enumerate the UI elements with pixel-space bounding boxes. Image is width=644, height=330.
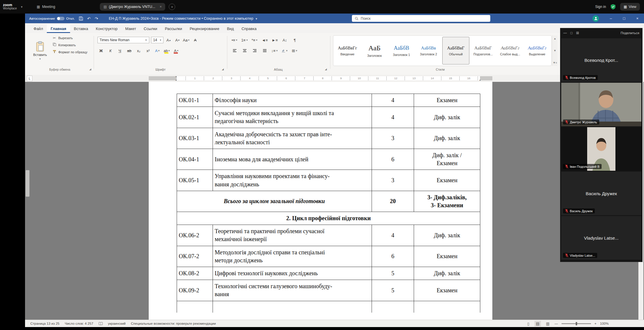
align-left-button[interactable] xyxy=(231,47,238,54)
zoom-slider[interactable] xyxy=(562,323,591,324)
dialog-launcher-icon[interactable]: ◢ xyxy=(89,68,91,71)
align-right-button[interactable] xyxy=(251,47,258,54)
style-card[interactable]: АаБбВвГгСлабое выд... xyxy=(497,37,524,64)
table-cell[interactable]: ОК.01-1 xyxy=(177,94,213,107)
table-cell[interactable]: 6 xyxy=(372,149,414,170)
table-cell[interactable] xyxy=(414,301,480,313)
speaker-view-icon[interactable]: □ xyxy=(570,31,572,35)
ribbon-tab-Файл[interactable]: Файл xyxy=(30,24,47,33)
table-cell[interactable]: 20 xyxy=(372,191,414,212)
proofing-status[interactable] xyxy=(99,322,103,325)
tab-shared-doc[interactable]: ▤ (Дмитро Журавель VNTU... × xyxy=(100,3,165,11)
table-cell[interactable]: 3 xyxy=(372,128,414,149)
highlight-color-button[interactable]: ab▼ xyxy=(163,47,170,54)
table-cell[interactable]: Екзамен xyxy=(414,94,480,107)
avatar[interactable] xyxy=(592,15,599,22)
table-cell[interactable]: 5 xyxy=(372,267,414,280)
styles-gallery-scroll[interactable]: ▲ ▼ ▼≡ xyxy=(552,35,557,66)
format-painter-button[interactable]: Формат по образцу xyxy=(52,50,87,54)
table-cell[interactable]: 4 xyxy=(372,94,414,107)
clear-formatting-button[interactable]: А xyxy=(192,37,199,44)
table-cell[interactable]: Диф. залік xyxy=(414,267,480,280)
table-cell[interactable]: 3- Диф.заліків, 3- Екзамени xyxy=(414,191,480,212)
justify-button[interactable] xyxy=(261,47,268,54)
zoom-in-button[interactable]: + xyxy=(595,322,597,325)
participant-tile[interactable]: Василь ДружекВасиль Дружек xyxy=(561,172,641,215)
minimize-button[interactable]: – xyxy=(604,14,617,23)
table-cell[interactable]: Іноземна мова для академічних цілей xyxy=(213,149,372,170)
table-cell[interactable]: ОК.06-2 xyxy=(177,225,213,246)
table-cell[interactable]: Всього за циклом загальної підготовки xyxy=(177,191,372,212)
table-cell[interactable]: Технологічні системи галузевого машинобу… xyxy=(213,280,372,301)
subscript-button[interactable]: x₂ xyxy=(135,47,142,54)
gallery-up-icon[interactable]: ▲ xyxy=(554,37,556,40)
zoom-level[interactable]: 100% xyxy=(600,322,609,325)
strikethrough-button[interactable]: ab xyxy=(126,47,133,54)
ribbon-tab-Конструктор[interactable]: Конструктор xyxy=(92,24,121,33)
text-effects-button[interactable]: А▼ xyxy=(154,47,161,54)
close-tab-icon[interactable]: × xyxy=(160,5,162,9)
accessibility-status[interactable]: Специальные возможности: проверьте реком… xyxy=(131,322,216,325)
table-cell[interactable]: Сучасні методики викладання у вищій школ… xyxy=(213,107,372,128)
table-cell[interactable]: Диф. залік xyxy=(414,107,480,128)
maximize-button[interactable]: □ xyxy=(617,14,631,23)
table-cell[interactable]: ОК.08-2 xyxy=(177,267,213,280)
table-cell[interactable]: ОК.02-1 xyxy=(177,107,213,128)
style-card[interactable]: АаБбВвГОбычный xyxy=(442,37,469,64)
table-cell[interactable]: Диф. залік xyxy=(414,128,480,149)
right-indent-marker[interactable]: ▴ xyxy=(479,79,481,81)
view-button[interactable]: ▦ View xyxy=(620,3,640,11)
table-cell[interactable]: Екзамен xyxy=(414,170,480,191)
first-line-indent-marker[interactable]: ▾ xyxy=(176,75,177,78)
font-size-combo[interactable]: 14▼ xyxy=(151,37,163,43)
word-count[interactable]: Число слов: 4 257 xyxy=(65,322,93,325)
paste-button[interactable]: Вставить ▼ xyxy=(30,35,50,66)
tab-selector[interactable]: L xyxy=(27,76,32,81)
line-spacing-button[interactable]: ↕≡▼ xyxy=(271,47,278,54)
underline-button[interactable]: Ч xyxy=(116,47,123,54)
sort-button[interactable]: А↕ xyxy=(281,37,288,44)
ribbon-tab-Рецензирование[interactable]: Рецензирование xyxy=(186,24,223,33)
style-card[interactable]: АаБбВвЗаголовок 2 xyxy=(415,37,442,64)
table-cell[interactable]: Методологія дослідної справи та спеціаль… xyxy=(213,246,372,267)
table-cell[interactable]: ОК.05-1 xyxy=(177,170,213,191)
grow-font-button[interactable]: А▲ xyxy=(165,37,172,44)
increase-indent-button[interactable]: ►≡ xyxy=(271,37,278,44)
table-cell[interactable]: Цифрові технології наукових досліджень xyxy=(213,267,372,280)
table-cell[interactable]: 4 xyxy=(372,107,414,128)
redo-button[interactable]: ↷ xyxy=(95,16,98,21)
copy-button[interactable]: Копировать xyxy=(52,43,87,47)
ruler-band[interactable]: ▾ ▴ ▴ 12345678910111213141516 xyxy=(177,76,480,80)
style-card[interactable]: АаБбВвГгВыделение xyxy=(524,37,550,64)
web-layout-button[interactable]: ▥ xyxy=(544,321,551,326)
table-cell[interactable] xyxy=(177,301,213,313)
dialog-launcher-icon[interactable]: ◢ xyxy=(325,68,327,71)
zoom-out-button[interactable]: — xyxy=(554,322,558,325)
ribbon-tab-Рассылки[interactable]: Рассылки xyxy=(161,24,186,33)
font-name-combo[interactable]: Times New Roman▼ xyxy=(97,37,149,43)
left-indent-marker[interactable]: ▴ xyxy=(176,79,177,81)
table-cell[interactable]: ОК.07-2 xyxy=(177,246,213,267)
shading-button[interactable]: ▼ xyxy=(281,47,288,54)
panel-minimize-icon[interactable]: — xyxy=(563,31,567,35)
pilcrow-button[interactable]: ¶ xyxy=(291,37,298,44)
cut-button[interactable]: ✂ Вырезать xyxy=(52,36,87,40)
change-case-button[interactable]: Аа▼ xyxy=(183,37,190,44)
table-cell[interactable] xyxy=(372,301,414,313)
style-card[interactable]: АаБбВЗаголовок 1 xyxy=(388,37,415,64)
table-cell[interactable]: 4 xyxy=(372,225,414,246)
borders-button[interactable]: ⊞▼ xyxy=(291,47,298,54)
chevron-down-icon[interactable]: ▾ xyxy=(21,5,23,9)
font-color-button[interactable]: А▼ xyxy=(173,47,180,54)
participant-tile[interactable]: Vladyslav Latse...Vladyslav Latse... xyxy=(561,216,641,260)
page[interactable]: ОК.01-1Філософія науки4ЕкзаменОК.02-1Суч… xyxy=(149,82,492,320)
gallery-view-icon[interactable]: ⊞ xyxy=(576,31,579,35)
table-cell[interactable]: 6 xyxy=(372,246,414,267)
table-cell[interactable] xyxy=(213,301,372,313)
panel-header-text[interactable]: Поделиться xyxy=(620,31,639,35)
numbering-button[interactable]: 1≡▼ xyxy=(241,37,248,44)
search-input[interactable]: Поиск xyxy=(352,15,490,22)
table-cell[interactable]: Диф. залік / Екзамен xyxy=(414,149,480,170)
table-cell[interactable]: Екзамен xyxy=(414,280,480,301)
sign-in-link[interactable]: Sign in xyxy=(595,5,606,9)
